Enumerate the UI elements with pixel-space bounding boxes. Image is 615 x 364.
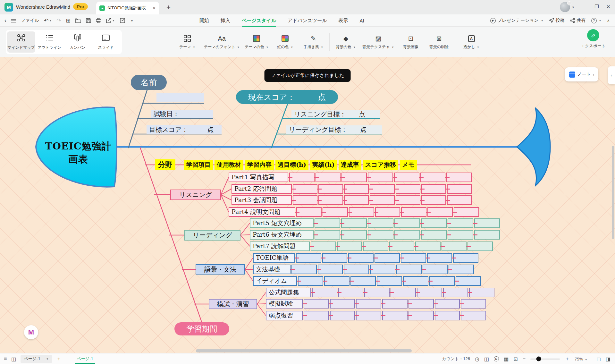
page-selector[interactable]: ページ-1▼ [21, 355, 52, 363]
empty-cell[interactable] [296, 207, 322, 217]
ribbon-tool-1[interactable]: Aaテーマのフォント ▼ [201, 29, 242, 55]
empty-cell[interactable] [394, 173, 419, 182]
minimize-button[interactable]: ─ [580, 4, 590, 9]
empty-cell[interactable] [375, 253, 400, 263]
reading-target-field[interactable]: リーディング目標： 点 [286, 125, 382, 134]
presentation-button[interactable]: ▶ プレゼンテーション▼ [490, 18, 543, 23]
empty-cell[interactable] [350, 276, 376, 286]
category-3[interactable]: 模試・演習 [209, 299, 257, 309]
empty-cell[interactable] [315, 230, 340, 240]
pages-icon[interactable]: ◫ [484, 356, 489, 362]
empty-cell[interactable] [446, 173, 472, 182]
timer-icon[interactable]: ◷ [475, 356, 479, 362]
empty-cell[interactable] [370, 265, 395, 274]
empty-cell[interactable] [363, 241, 388, 251]
note-button[interactable]: ノート ‹ [565, 67, 598, 81]
empty-cell[interactable] [409, 299, 434, 309]
view-mode-3[interactable]: スライド [92, 31, 120, 53]
empty-cell[interactable] [356, 299, 381, 309]
empty-cell[interactable] [344, 195, 369, 205]
menu-tab-4[interactable]: 表示 [339, 14, 348, 27]
name-value-field[interactable] [156, 93, 204, 102]
empty-cell[interactable] [403, 276, 428, 286]
zoom-level[interactable]: 75% ▼ [575, 357, 587, 361]
empty-cell[interactable] [368, 230, 393, 240]
empty-cell[interactable] [420, 173, 446, 182]
subtopic-label[interactable]: 公式問題集 [266, 288, 311, 297]
ribbon-tool-7[interactable]: ⊡背景画像 [397, 29, 425, 55]
empty-cell[interactable] [293, 195, 317, 205]
ribbon-tool-2[interactable]: テーマの色 ▼ [242, 29, 271, 55]
empty-cell[interactable] [409, 311, 434, 320]
empty-cell[interactable] [291, 265, 317, 274]
empty-cell[interactable] [324, 276, 350, 286]
empty-cell[interactable] [429, 276, 455, 286]
subtopic-label[interactable]: Part6 長文穴埋め [250, 230, 314, 240]
exam-date-field[interactable]: 試験日： [151, 110, 213, 118]
empty-cell[interactable] [396, 265, 422, 274]
header-item-7[interactable]: スコア推移 [363, 160, 398, 170]
ribbon-tool-0[interactable]: テーマ ▼ [173, 29, 201, 55]
view-mode-0[interactable]: マインドマップ [7, 31, 35, 53]
new-file-icon[interactable]: ⊞ [66, 17, 70, 24]
new-tab-button[interactable]: ＋ [165, 3, 172, 12]
empty-cell[interactable] [318, 184, 343, 194]
zoom-out-button[interactable]: − [523, 356, 526, 362]
back-icon[interactable]: ‹ [4, 17, 6, 24]
right-panel-toggle-icon[interactable]: ◨ [606, 356, 611, 362]
slideshow-play-icon[interactable]: ▶ [494, 356, 499, 361]
open-file-icon[interactable] [75, 18, 81, 23]
empty-cell[interactable] [427, 253, 452, 263]
maximize-button[interactable]: ❐ [592, 4, 602, 10]
empty-cell[interactable] [323, 207, 348, 217]
subtopic-label[interactable]: Part4 説明文問題 [229, 207, 295, 217]
empty-cell[interactable] [330, 299, 355, 309]
empty-cell[interactable] [341, 218, 367, 228]
empty-cell[interactable] [456, 276, 481, 286]
menu-tab-0[interactable]: 開始 [199, 14, 209, 27]
category-1[interactable]: リーディング [184, 230, 240, 241]
ribbon-tool-3[interactable]: 虹の色 ▼ [271, 29, 299, 55]
empty-cell[interactable] [447, 184, 472, 194]
empty-cell[interactable] [364, 288, 390, 297]
empty-cell[interactable] [382, 311, 408, 320]
empty-cell[interactable] [348, 253, 374, 263]
menu-tab-2[interactable]: ページスタイル [242, 14, 276, 27]
subtopic-label[interactable]: TOEIC単語 [253, 253, 295, 263]
empty-cell[interactable] [322, 253, 348, 263]
empty-cell[interactable] [344, 184, 369, 194]
view-mode-1[interactable]: アウトライン [35, 31, 63, 53]
empty-cell[interactable] [368, 173, 393, 182]
empty-cell[interactable] [423, 265, 448, 274]
root-topic[interactable]: TOEIC勉強計画表 [43, 140, 114, 166]
close-tab-icon[interactable]: ✕ [152, 6, 156, 11]
ribbon-tool-9[interactable]: A透かし ▼ [457, 29, 485, 55]
category-0[interactable]: リスニング [170, 190, 221, 200]
menu-hamburger-icon[interactable] [11, 19, 16, 22]
empty-cell[interactable] [447, 195, 472, 205]
ribbon-tool-5[interactable]: ◆背景の色 ▼ [332, 29, 360, 55]
empty-cell[interactable] [370, 184, 394, 194]
panel-collapse-handle[interactable]: ‹ [608, 66, 615, 84]
header-item-6[interactable]: 達成率 [339, 160, 361, 170]
avatar[interactable] [560, 2, 570, 12]
header-item-1[interactable]: 学習項目 [184, 160, 213, 170]
menu-tab-3[interactable]: アドバンスツール [288, 14, 327, 27]
category-2[interactable]: 語彙・文法 [196, 264, 245, 275]
subtopic-label[interactable]: Part3 会話問題 [232, 195, 292, 205]
split-view-icon[interactable]: ◫ [11, 356, 16, 362]
subtopic-label[interactable]: 模擬試験 [266, 299, 303, 309]
import-icon[interactable] [120, 18, 125, 23]
empty-cell[interactable] [293, 184, 317, 194]
empty-cell[interactable] [448, 230, 473, 240]
ribbon-tool-6[interactable]: ▨背景テクスチャ ▼ [360, 29, 397, 55]
empty-cell[interactable] [304, 311, 329, 320]
empty-cell[interactable] [382, 299, 408, 309]
empty-cell[interactable] [461, 311, 486, 320]
menu-tab-1[interactable]: 挿入 [221, 14, 230, 27]
empty-cell[interactable] [421, 230, 447, 240]
empty-cell[interactable] [370, 195, 394, 205]
empty-cell[interactable] [443, 288, 468, 297]
empty-cell[interactable] [417, 288, 442, 297]
branch-current-score[interactable]: 現在スコア： 点 [236, 90, 338, 104]
